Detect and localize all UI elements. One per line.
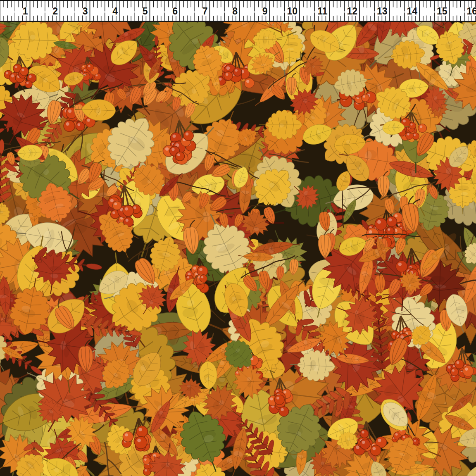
ruler-number: 11	[317, 6, 328, 17]
ruler-top-border	[0, 0, 476, 1]
fabric-print	[0, 22, 476, 476]
fabric-product-photo: 12345678910111213141516	[0, 0, 476, 476]
ruler-number: 5	[143, 6, 148, 17]
ruler-number: 10	[287, 6, 298, 17]
ruler: 12345678910111213141516	[0, 0, 476, 22]
ruler-number: 16	[466, 6, 476, 17]
ruler-scale: 12345678910111213141516	[0, 0, 476, 22]
ruler-number: 2	[52, 6, 58, 17]
ruler-number: 12	[347, 6, 357, 17]
ruler-number: 7	[202, 6, 208, 17]
ruler-number: 9	[262, 6, 268, 17]
ruler-number: 14	[407, 6, 417, 17]
ruler-number: 13	[377, 6, 388, 17]
ruler-number: 15	[437, 6, 447, 17]
ruler-number: 1	[23, 6, 28, 17]
ruler-number: 6	[172, 6, 178, 17]
ruler-number: 3	[83, 6, 88, 17]
ruler-number: 4	[112, 6, 118, 17]
ruler-number: 8	[232, 6, 238, 17]
fabric-swatch	[0, 22, 476, 476]
